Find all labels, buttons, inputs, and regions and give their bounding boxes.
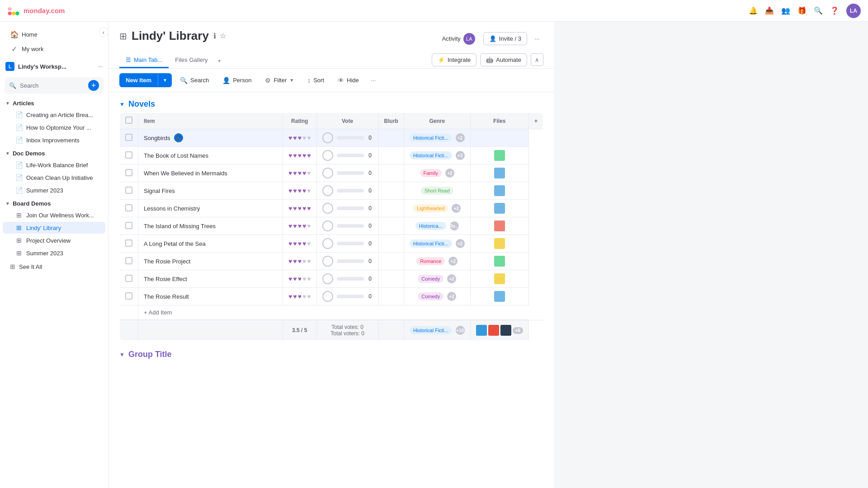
add-item-row[interactable]: + Add Item <box>120 305 543 320</box>
sidebar-add-btn[interactable]: + <box>88 80 99 91</box>
row-checkbox-input[interactable] <box>125 239 132 247</box>
row-checkbox-input[interactable] <box>125 204 132 211</box>
toolbar-more-button[interactable]: ··· <box>367 74 380 87</box>
genre-badge[interactable]: Romance <box>416 257 445 265</box>
integrate-button[interactable]: ⚡ Integrate <box>432 53 476 66</box>
vote-circle[interactable] <box>322 291 333 302</box>
sidebar-item-inbox[interactable]: 📄 Inbox Improvements <box>3 134 105 146</box>
rating-stars[interactable]: ♥♥♥♥♥ <box>288 293 311 300</box>
file-thumbnail[interactable] <box>494 185 505 196</box>
file-thumbnail[interactable] <box>494 168 505 178</box>
tab-main-table[interactable]: ☰ Main Tab... <box>119 53 169 68</box>
sidebar-section-articles[interactable]: ▼ Articles <box>0 96 108 108</box>
rating-stars[interactable]: ♥♥♥♥♥ <box>288 152 311 159</box>
sidebar-section-board-demos[interactable]: ▼ Board Demos <box>0 197 108 209</box>
sidebar-item-join-wellness[interactable]: ⊞ Join Our Wellness Work... <box>3 209 105 221</box>
sidebar-item-summer-2023[interactable]: ⊞ Summer 2023 <box>3 247 105 259</box>
vote-circle[interactable] <box>322 273 333 284</box>
group-title-header[interactable]: ▼ Group Title <box>119 350 543 359</box>
rating-stars[interactable]: ♥♥♥♥♥ <box>288 134 311 141</box>
genre-badge[interactable]: Lighthearted <box>413 204 448 212</box>
activity-button[interactable]: Activity LA <box>438 30 480 47</box>
user-avatar[interactable]: LA <box>846 4 861 18</box>
genre-badge[interactable]: Historical Ficti... <box>410 134 452 142</box>
sidebar-collapse-btn[interactable]: ‹ <box>99 27 108 37</box>
file-thumbnail[interactable] <box>494 150 505 161</box>
row-checkbox-input[interactable] <box>125 275 132 282</box>
genre-badge[interactable]: Short Read <box>421 187 453 195</box>
sidebar-item-how-to[interactable]: 📄 How to Optomize Your ... <box>3 122 105 133</box>
row-checkbox-input[interactable] <box>125 134 132 141</box>
sidebar-item-life-work[interactable]: 📄 Life-Work Balance Brief <box>3 159 105 171</box>
sidebar-item-summer-2023-doc[interactable]: 📄 Summer 2023 <box>3 184 105 196</box>
sidebar-item-ocean[interactable]: 📄 Ocean Clean Up Initiative <box>3 172 105 183</box>
rating-stars[interactable]: ♥♥♥♥♥ <box>288 169 311 177</box>
rating-stars[interactable]: ♥♥♥♥♥ <box>288 222 311 230</box>
file-thumbnail[interactable] <box>494 256 505 267</box>
sidebar-item-project-overview[interactable]: ⊞ Project Overview <box>3 235 105 246</box>
novels-group-header[interactable]: ▼ Novels <box>119 99 543 109</box>
collapse-arrow[interactable]: ‹ <box>99 27 108 37</box>
genre-badge[interactable]: Comedy <box>418 292 443 300</box>
tab-add-button[interactable]: + <box>214 54 225 68</box>
row-checkbox-input[interactable] <box>125 187 132 194</box>
genre-badge[interactable]: Comedy <box>418 275 443 283</box>
gift-icon[interactable]: 🎁 <box>797 6 807 15</box>
search-button[interactable]: 🔍 Search <box>175 74 214 87</box>
sidebar-footer-see-all[interactable]: ⊞ See It All <box>3 260 105 273</box>
rating-stars[interactable]: ♥♥♥♥♥ <box>288 275 311 282</box>
logo[interactable]: monday.com <box>7 5 65 17</box>
rating-stars[interactable]: ♥♥♥♥♥ <box>288 205 311 212</box>
sidebar-search[interactable]: 🔍 Search + <box>5 77 104 94</box>
rating-stars[interactable]: ♥♥♥♥♥ <box>288 258 311 265</box>
filter-button[interactable]: ⚙ Filter ▼ <box>259 74 299 87</box>
search-icon[interactable]: 🔍 <box>814 6 823 15</box>
workspace-options[interactable]: ··· <box>98 63 103 70</box>
row-checkbox-input[interactable] <box>125 169 132 176</box>
rating-stars[interactable]: ♥♥♥♥♥ <box>288 187 311 194</box>
vote-circle[interactable] <box>322 256 333 267</box>
file-thumbnail[interactable] <box>494 238 505 249</box>
file-thumbnail[interactable] <box>494 221 505 231</box>
vote-circle[interactable] <box>322 238 333 249</box>
hide-button[interactable]: 👁 Hide <box>332 74 364 87</box>
row-checkbox-input[interactable] <box>125 257 132 264</box>
add-icon[interactable]: + <box>88 80 99 91</box>
new-item-button[interactable]: New Item ▼ <box>119 73 172 87</box>
row-checkbox-input[interactable] <box>125 222 132 229</box>
file-thumbnail[interactable] <box>494 203 505 214</box>
add-item-cell[interactable]: + Add Item <box>138 305 543 320</box>
tab-files-gallery[interactable]: Files Gallery <box>169 53 214 68</box>
invite-button[interactable]: 👤 Invite / 3 <box>483 32 527 45</box>
genre-badge[interactable]: Historical Ficti... <box>410 151 452 160</box>
person-button[interactable]: 👤 Person <box>217 74 257 87</box>
sidebar-item-home[interactable]: 🏠 Home <box>3 28 105 42</box>
genre-badge[interactable]: Family <box>420 169 442 177</box>
file-thumbnail[interactable] <box>494 273 505 284</box>
inbox-icon[interactable]: 📥 <box>765 6 774 15</box>
new-item-dropdown-arrow[interactable]: ▼ <box>158 74 172 86</box>
sidebar-section-doc-demos[interactable]: ▼ Doc Demos <box>0 146 108 159</box>
item-action-icon[interactable]: 🎧 <box>174 133 183 142</box>
row-checkbox-input[interactable] <box>125 292 132 300</box>
file-thumbnail[interactable] <box>494 291 505 302</box>
people-icon[interactable]: 👥 <box>781 6 790 15</box>
genre-badge[interactable]: Historica... <box>415 222 446 230</box>
board-more-button[interactable]: ··· <box>531 33 543 45</box>
star-icon[interactable]: ☆ <box>220 32 226 40</box>
vote-circle[interactable] <box>322 150 333 161</box>
header-add-col[interactable]: + <box>528 113 543 129</box>
sidebar-item-creating[interactable]: 📄 Creating an Article Brea... <box>3 109 105 121</box>
vote-circle[interactable] <box>322 132 333 143</box>
vote-circle[interactable] <box>322 168 333 178</box>
collapse-header-button[interactable]: ∧ <box>531 53 543 66</box>
automate-button[interactable]: 🤖 Automate <box>480 53 527 66</box>
bell-icon[interactable]: 🔔 <box>749 6 758 15</box>
vote-circle[interactable] <box>322 203 333 214</box>
help-icon[interactable]: ❓ <box>830 6 839 15</box>
genre-badge[interactable]: Historical Ficti... <box>410 239 452 248</box>
vote-circle[interactable] <box>322 221 333 231</box>
info-icon[interactable]: ℹ <box>213 32 216 40</box>
rating-stars[interactable]: ♥♥♥♥♥ <box>288 240 311 247</box>
vote-circle[interactable] <box>322 185 333 196</box>
